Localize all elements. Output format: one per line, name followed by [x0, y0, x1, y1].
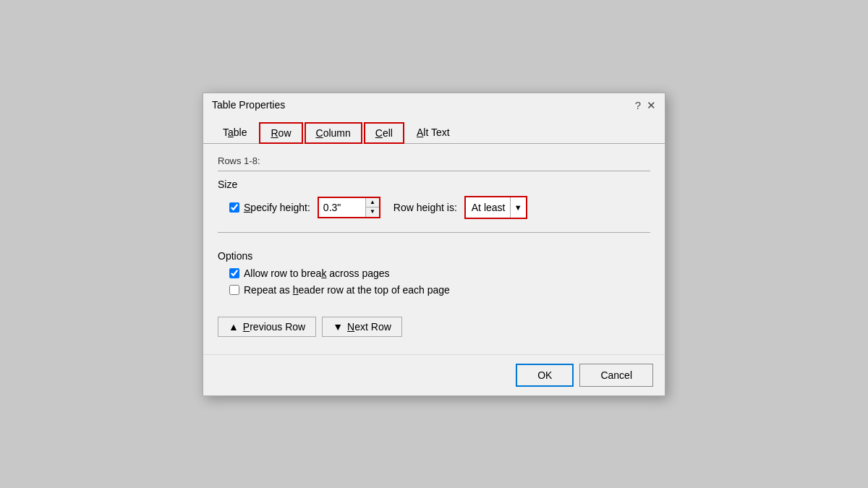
dialog-body: Rows 1-8: Size Specify height: ▲ ▼ Row h…	[203, 144, 665, 354]
next-row-label: Next Row	[347, 321, 391, 333]
divider-top	[218, 171, 650, 171]
previous-row-button[interactable]: ▲ Previous Row	[218, 317, 316, 337]
size-section: Size Specify height: ▲ ▼ Row height is:	[218, 179, 650, 219]
nav-buttons: ▲ Previous Row ▼ Next Row	[218, 317, 650, 337]
table-properties-dialog: Table Properties ? ✕ Table Row Column Ce…	[203, 93, 665, 396]
options-label: Options	[218, 250, 650, 262]
dialog-footer: OK Cancel	[203, 354, 665, 395]
tab-cell-underline: C	[375, 127, 383, 139]
spinner-down-button[interactable]: ▼	[366, 207, 379, 217]
next-row-button[interactable]: ▼ Next Row	[322, 317, 402, 337]
next-arrow-icon: ▼	[333, 321, 343, 333]
size-row: Specify height: ▲ ▼ Row height is: At le…	[229, 196, 650, 219]
option1-underline: k	[321, 267, 326, 279]
cancel-button[interactable]: Cancel	[579, 364, 653, 387]
option2-row: Repeat as header row at the top of each …	[229, 284, 650, 296]
option2-underline: h	[293, 284, 299, 296]
height-input[interactable]	[319, 198, 365, 217]
tab-alt-text-label: Alt Text	[417, 127, 450, 138]
tab-cell[interactable]: Cell	[364, 122, 404, 144]
help-button[interactable]: ?	[635, 99, 641, 111]
option2-label: Repeat as header row at the top of each …	[244, 284, 450, 296]
specify-height-label[interactable]: Specify height:	[229, 202, 310, 213]
title-bar-controls: ? ✕	[635, 99, 656, 111]
tab-alt-text[interactable]: Alt Text	[406, 122, 461, 144]
spinner-up-button[interactable]: ▲	[366, 198, 379, 207]
height-input-wrapper: ▲ ▼	[318, 197, 380, 218]
divider-mid	[218, 232, 650, 233]
tab-table-underline: a	[228, 127, 234, 138]
specify-height-checkbox[interactable]	[229, 202, 239, 213]
option1-row: Allow row to break across pages	[229, 267, 650, 279]
option1-checkbox[interactable]	[229, 268, 239, 278]
tab-cell-label: Cell	[375, 127, 393, 139]
row-height-select[interactable]: At least Exactly	[466, 197, 526, 218]
tab-alt-underline: A	[417, 127, 423, 138]
specify-height-text: Specify height:	[244, 202, 310, 213]
tab-column-label: Column	[316, 127, 351, 139]
tab-row-label: Row	[271, 127, 291, 139]
dialog-title: Table Properties	[212, 99, 285, 111]
title-bar: Table Properties ? ✕	[203, 93, 665, 117]
spinner-buttons: ▲ ▼	[365, 198, 379, 217]
next-underline: N	[347, 321, 354, 333]
tab-row-underline: R	[271, 127, 278, 139]
size-label: Size	[218, 179, 650, 190]
previous-row-label: Previous Row	[243, 321, 305, 333]
specify-underline: S	[244, 202, 250, 213]
tab-column-underline: C	[316, 127, 323, 139]
ok-button[interactable]: OK	[516, 364, 574, 387]
close-button[interactable]: ✕	[647, 100, 656, 111]
tab-table-label: Table	[223, 127, 247, 138]
row-height-select-wrapper: At least Exactly ▼	[464, 196, 527, 219]
row-height-is-label: Row height is:	[393, 202, 457, 213]
tab-row[interactable]: Row	[259, 122, 302, 144]
option1-label: Allow row to break across pages	[244, 267, 390, 279]
tabs-bar: Table Row Column Cell Alt Text	[203, 117, 665, 144]
tab-table[interactable]: Table	[212, 122, 258, 144]
prev-underline: P	[243, 321, 250, 333]
option2-checkbox[interactable]	[229, 285, 239, 295]
options-section: Options Allow row to break across pages …	[218, 250, 650, 301]
tab-column[interactable]: Column	[305, 122, 362, 144]
rows-info: Rows 1-8:	[218, 155, 650, 166]
prev-arrow-icon: ▲	[229, 321, 239, 333]
